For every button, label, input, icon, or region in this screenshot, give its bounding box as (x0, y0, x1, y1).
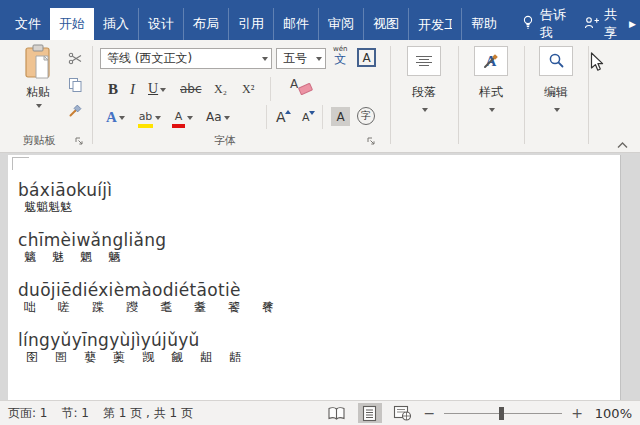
zoom-out-button[interactable]: − (424, 403, 436, 423)
clear-format-letter: A (290, 77, 298, 91)
text-effects-button[interactable]: A (104, 106, 127, 128)
tab-developer[interactable]: 开发工具 (408, 8, 461, 40)
superscript-button[interactable]: X² (240, 78, 256, 100)
group-divider (588, 46, 589, 144)
document-background: báxiāokuíjì 魃魈魁鬾 chīmèiwǎngliǎng 魑魅魍魉 du… (0, 153, 640, 400)
status-section[interactable]: 节: 1 (62, 405, 90, 422)
zoom-in-button[interactable]: + (571, 403, 583, 423)
margin-crop-mark (12, 157, 29, 170)
tab-label: 文件 (15, 16, 41, 31)
tell-me-button[interactable]: 告诉我 (512, 8, 578, 40)
mouse-cursor (590, 52, 605, 75)
grow-font-button[interactable]: A (274, 106, 288, 128)
phonetic-char: 文 (334, 53, 346, 65)
document-page[interactable]: báxiāokuíjì 魃魈魁鬾 chīmèiwǎngliǎng 魑魅魍魉 du… (8, 155, 620, 400)
underline-letter: U (148, 81, 158, 97)
tab-help[interactable]: 帮助 (461, 8, 506, 40)
tab-mailings[interactable]: 邮件 (273, 8, 318, 40)
phonetic-guide-button[interactable]: wén 文 (333, 46, 347, 65)
underline-caret (160, 88, 166, 95)
clipboard-group-label: 剪贴板 (0, 133, 78, 148)
ruby-line: chīmèiwǎngliǎng 魑魅魍魉 (18, 231, 620, 264)
group-divider (390, 46, 391, 144)
button-divider (270, 77, 271, 101)
print-layout-button[interactable] (358, 403, 382, 423)
tab-insert[interactable]: 插入 (94, 8, 138, 40)
change-case-button[interactable]: Aa (204, 106, 232, 128)
web-layout-button[interactable] (391, 403, 415, 423)
status-page-number[interactable]: 页面: 1 (8, 405, 48, 422)
tab-review[interactable]: 审阅 (318, 8, 363, 40)
scissors-icon (68, 51, 83, 69)
read-mode-button[interactable] (325, 403, 349, 423)
character-border-button[interactable]: A (357, 48, 376, 67)
zoom-slider[interactable] (444, 406, 562, 420)
ruby-line: báxiāokuíjì 魃魈魁鬾 (18, 181, 620, 214)
enclose-char-letter: 字 (361, 109, 371, 123)
paragraph-group-button[interactable]: 段落 (392, 46, 456, 115)
italic-button[interactable]: I (128, 78, 137, 100)
paste-label: 粘贴 (26, 84, 50, 101)
tab-file[interactable]: 文件 (6, 8, 50, 40)
hanzi-text: 囹圄蘡薁觊觎龃龉 (18, 350, 620, 364)
clear-formatting-button[interactable]: A (290, 77, 316, 99)
paragraph-group-label: 段落 (412, 84, 436, 101)
tab-layout[interactable]: 布局 (183, 8, 228, 40)
shrink-font-icon: A (302, 111, 310, 124)
font-name-combo[interactable]: 等线 (西文正文) (100, 48, 272, 69)
combo-caret (316, 57, 322, 64)
ribbon: 粘贴 剪贴板 等线 (西文正文) 五号 (0, 40, 640, 153)
strikethrough-button[interactable]: abc (178, 78, 204, 100)
shrink-font-button[interactable]: A (300, 106, 312, 128)
subscript-button[interactable]: X₂ (212, 78, 229, 100)
character-shading-button[interactable]: A (331, 107, 350, 126)
align-lines-icon (407, 46, 441, 76)
tab-references[interactable]: 引用 (228, 8, 273, 40)
group-divider (524, 46, 525, 144)
tab-label: 开发工具 (418, 9, 452, 41)
tab-view[interactable]: 视图 (363, 8, 408, 40)
status-page-of[interactable]: 第 1 页 , 共 1 页 (103, 405, 193, 422)
tab-label: 帮助 (471, 16, 497, 31)
tab-label: 引用 (238, 16, 264, 31)
font-dialog-launcher[interactable] (366, 135, 376, 149)
eraser-icon (298, 83, 313, 96)
change-case-caret (224, 116, 230, 123)
highlight-color-button[interactable]: ab (136, 106, 163, 128)
enclose-characters-button[interactable]: 字 (357, 107, 375, 125)
document-content: báxiāokuíjì 魃魈魁鬾 chīmèiwǎngliǎng 魑魅魍魉 du… (8, 155, 620, 364)
cut-button[interactable] (64, 49, 86, 71)
group-divider (458, 46, 459, 144)
ribbon-more-arrow[interactable]: ▶ (627, 8, 640, 40)
format-painter-button[interactable] (64, 101, 86, 123)
pinyin-text: língyǔyīngyùjìyújǔyǔ (18, 331, 620, 350)
styles-group-button[interactable]: A 样式 (460, 46, 522, 115)
paste-dropdown-caret (36, 104, 42, 111)
font-color-button[interactable]: A (170, 106, 195, 128)
ruby-line: duōjiēdiéxièmàodiétāotiè 咄嗟蹀躞耄耋饕餮 (18, 281, 620, 314)
hanzi-text: 咄嗟蹀躞耄耋饕餮 (18, 300, 620, 314)
font-name-value: 等线 (西文正文) (107, 50, 259, 67)
font-size-combo[interactable]: 五号 (276, 48, 326, 69)
styles-group-label: 样式 (479, 84, 503, 101)
copy-button[interactable] (64, 75, 86, 97)
tell-me-label: 告诉我 (540, 6, 568, 42)
zoom-slider-handle[interactable] (499, 407, 504, 420)
bold-button[interactable]: B (106, 78, 120, 100)
tab-home[interactable]: 开始 (50, 8, 94, 40)
share-button[interactable]: 共享 (578, 8, 627, 40)
highlight-caret (155, 116, 161, 123)
font-color-caret (187, 116, 193, 123)
ribbon-tab-bar: 文件 开始 插入 设计 布局 引用 邮件 审阅 视图 开发工具 帮助 告诉我 共… (0, 0, 640, 40)
paste-button[interactable]: 粘贴 (12, 44, 64, 132)
tab-design[interactable]: 设计 (138, 8, 183, 40)
text-effects-caret (119, 116, 125, 123)
tab-label: 邮件 (283, 16, 309, 31)
zoom-level-button[interactable]: 100% (592, 406, 632, 421)
editing-group-button[interactable]: 编辑 (526, 46, 586, 115)
underline-button[interactable]: U (146, 78, 168, 100)
clipboard-dialog-launcher[interactable] (74, 135, 84, 149)
copy-pages-icon (68, 77, 83, 96)
collapse-ribbon-button[interactable] (616, 138, 629, 152)
hanzi-text: 魃魈魁鬾 (18, 200, 620, 214)
